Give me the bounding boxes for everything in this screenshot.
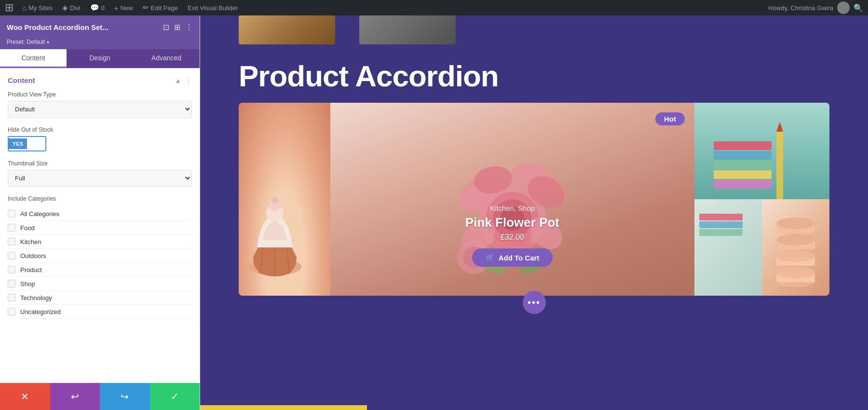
hide-out-of-stock-group: Hide Out of Stock YES [8,126,192,151]
category-shop-label: Shop [20,280,35,287]
product-name: Pink Flower Pot [330,215,694,230]
cancel-button[interactable]: ✕ [0,383,50,410]
admin-bar-comments[interactable]: 💬 0 [86,0,108,15]
panel-title: Woo Product Accordion Set... [7,23,108,31]
avatar [837,1,850,14]
section-header-icons: ▲ ⋮ [175,77,192,84]
admin-bar-exit-vb[interactable]: Exit Visual Builder [184,0,242,15]
admin-bar-right: Howdy, Christina Gwira 🔍 [768,1,863,14]
product-view-type-select[interactable]: Default Grid List [8,101,192,118]
user-greeting: Howdy, Christina Gwira [768,4,833,12]
cart-icon: 🛒 [486,253,495,262]
tab-design[interactable]: Design [67,49,133,68]
card-right-top [694,103,829,199]
admin-bar-edit-page[interactable]: ✏ Edit Page [139,0,182,15]
category-technology: Technology [8,291,192,305]
thumbnail-size-label: Thumbnail Size [8,160,192,167]
admin-bar-divi[interactable]: ◈ Divi [58,0,84,15]
include-categories-group: Include Categories All Categories Food K… [8,195,192,319]
hide-out-of-stock-label: Hide Out of Stock [8,126,192,133]
strip-image-2 [359,15,456,44]
category-food-label: Food [20,224,35,232]
panel-menu-icon[interactable]: ⋮ [185,23,193,32]
wordpress-icon[interactable]: ⊞ [5,1,14,14]
category-kitchen-label: Kitchen [20,238,41,246]
panel-header: Woo Product Accordion Set... ⊡ ⊞ ⋮ [0,15,200,39]
panel-header-icons: ⊡ ⊞ ⋮ [163,23,193,32]
canvas-area: Product Accordion [200,15,868,410]
accordion-card: Hot Kitchen, Shop Pink Flower Pot £32.00… [239,103,829,296]
accordion-title-area: Product Accordion [200,49,868,103]
stationery-small-svg [694,199,752,296]
category-uncategorized-checkbox[interactable] [8,308,15,315]
preset-row: Preset: Default ▾ [0,39,200,49]
category-shop-checkbox[interactable] [8,280,15,287]
svg-point-34 [776,267,815,278]
svg-point-6 [271,197,278,204]
svg-rect-25 [714,170,772,179]
category-all-checkbox[interactable] [8,210,15,218]
svg-rect-31 [699,229,743,236]
card-right-bottom [694,199,829,296]
category-technology-label: Technology [20,294,52,301]
svg-point-38 [776,234,815,246]
category-product-checkbox[interactable] [8,266,15,273]
undo-button[interactable]: ↩ [50,383,100,410]
tab-advanced[interactable]: Advanced [133,49,200,68]
product-view-type-label: Product View Type [8,91,192,98]
section-header: Content ▲ ⋮ [8,76,192,84]
roses-svg [330,103,694,296]
categories-list: All Categories Food Kitchen Outdoors [8,207,192,319]
cupcake-image [239,103,330,296]
thumbnail-size-group: Thumbnail Size Full Medium Small Thumbna… [8,160,192,187]
category-kitchen: Kitchen [8,235,192,249]
comments-icon: 💬 [90,3,99,12]
save-button[interactable]: ✓ [150,383,200,410]
toggle-yes-label: YES [9,138,27,149]
section-menu-icon[interactable]: ⋮ [185,77,192,84]
card-right-bottom-right [762,199,829,296]
top-image-strip [200,15,868,49]
admin-bar-mysites[interactable]: ⌂ My Sites [18,0,56,15]
category-all: All Categories [8,207,192,221]
panel-content: Content ▲ ⋮ Product View Type Default Gr… [0,68,200,383]
svg-point-36 [776,250,815,262]
search-icon[interactable]: 🔍 [854,3,863,13]
edit-icon: ✏ [143,3,149,12]
flowers-image [330,103,694,296]
card-left [239,103,330,296]
collapse-icon[interactable]: ▲ [175,77,181,84]
category-shop: Shop [8,277,192,291]
svg-rect-30 [699,221,743,228]
macarons-svg [762,199,829,296]
category-product-label: Product [20,266,42,273]
thumbnail-size-select[interactable]: Full Medium Small Thumbnail [8,170,192,187]
svg-point-40 [776,218,815,229]
add-to-cart-label: Add To Cart [499,254,540,262]
hide-out-of-stock-toggle[interactable]: YES [8,136,46,151]
new-plus-icon: + [114,4,119,12]
accordion-title: Product Accordion [239,59,829,93]
card-right-bottom-left [694,199,762,296]
preset-chevron-icon[interactable]: ▾ [47,40,49,45]
stationery-svg [704,112,800,199]
three-dots-button[interactable]: ••• [523,291,546,314]
panel-sync-icon[interactable]: ⊡ [163,23,169,32]
svg-rect-22 [714,141,772,150]
category-technology-checkbox[interactable] [8,294,15,301]
add-to-cart-button[interactable]: 🛒 Add To Cart [472,248,553,267]
panel-grid-icon[interactable]: ⊞ [174,23,180,32]
preset-label: Preset: Default [7,39,45,45]
product-info-overlay: Kitchen, Shop Pink Flower Pot £32.00 🛒 A… [330,204,694,267]
category-kitchen-checkbox[interactable] [8,238,15,246]
cupcake-svg [239,170,311,296]
redo-button[interactable]: ↪ [100,383,150,410]
tab-content[interactable]: Content [0,49,67,68]
category-food-checkbox[interactable] [8,224,15,232]
category-outdoors-checkbox[interactable] [8,252,15,260]
section-title: Content [8,76,35,84]
product-view-type-group: Product View Type Default Grid List [8,91,192,118]
admin-bar-new[interactable]: + New [110,0,137,15]
strip-image-1 [239,15,335,44]
toggle-no-area [27,137,45,150]
